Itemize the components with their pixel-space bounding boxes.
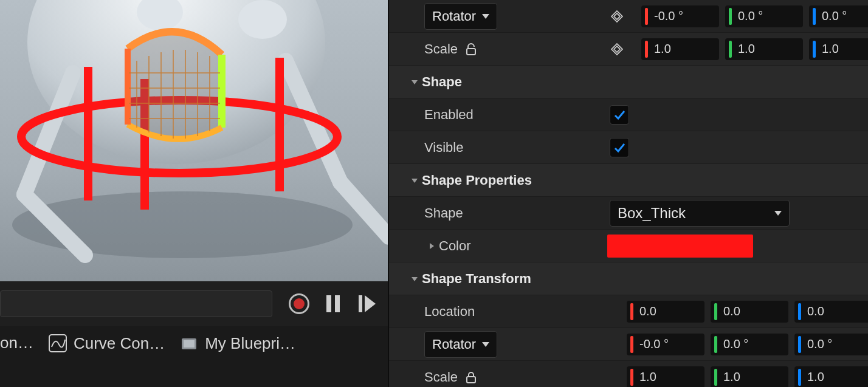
tab-truncated-0[interactable]: on… [0, 330, 43, 356]
svg-rect-22 [467, 49, 475, 55]
shape-value: Box_Thick [618, 205, 686, 222]
pause-button[interactable] [320, 290, 346, 317]
rotator-vector: -0.0 ° 0.0 ° 0.0 ° [641, 5, 868, 27]
svg-rect-23 [467, 377, 475, 383]
section-shape-transform[interactable]: Shape Transform [389, 262, 868, 295]
enabled-checkbox[interactable] [610, 105, 629, 125]
visible-checkbox[interactable] [610, 138, 629, 157]
step-forward-button[interactable] [354, 290, 381, 317]
chevron-down-icon [407, 275, 422, 283]
row-st-scale: Scale 1.0 1.0 1.0 [389, 361, 868, 387]
record-button[interactable] [286, 290, 312, 317]
chevron-right-icon[interactable] [424, 242, 439, 250]
rotator-y-input[interactable]: 0.0 ° [711, 334, 788, 355]
scale-vector: 1.0 1.0 1.0 [627, 366, 868, 388]
row-rotator: Rotator -0.0 ° 0.0 ° 0.0 ° [389, 0, 868, 33]
scale-label: Scale [424, 369, 458, 385]
scale-z-input[interactable]: 1.0 [809, 38, 868, 60]
rotator-vector: -0.0 ° 0.0 ° 0.0 ° [627, 334, 868, 355]
rotator-label: Rotator [432, 337, 476, 352]
tab-label: on… [0, 334, 33, 352]
location-y-input[interactable]: 0.0 [711, 301, 788, 323]
scale-y-input[interactable]: 1.0 [725, 38, 803, 60]
lock-closed-icon[interactable] [464, 370, 478, 385]
reset-to-default-icon[interactable] [610, 9, 624, 24]
curve-icon [48, 334, 67, 353]
row-enabled: Enabled [389, 98, 868, 131]
record-icon [289, 293, 309, 314]
rotator-dropdown[interactable]: Rotator [424, 331, 497, 358]
scale-x-input[interactable]: 1.0 [641, 38, 719, 60]
shape-dropdown[interactable]: Box_Thick [610, 200, 790, 227]
scale-vector: 1.0 1.0 1.0 [641, 38, 868, 60]
rotator-y-input[interactable]: 0.0 ° [725, 5, 803, 27]
section-shape-properties-label: Shape Properties [422, 173, 868, 188]
bottom-tabs: on… Curve Con… My Bluepri… [0, 326, 388, 387]
viewport-illustration [0, 0, 388, 281]
tab-label: Curve Con… [74, 334, 165, 353]
viewport-toolbar [0, 281, 388, 326]
rotator-dropdown[interactable]: Rotator [424, 3, 497, 30]
scale-z-input[interactable]: 1.0 [794, 366, 868, 388]
chevron-down-icon [482, 342, 489, 347]
tab-label: My Bluepri… [205, 334, 295, 353]
lock-open-icon[interactable] [464, 42, 478, 57]
chevron-down-icon [407, 78, 422, 86]
row-visible: Visible [389, 131, 868, 164]
left-pane: on… Curve Con… My Bluepri… [0, 0, 388, 387]
svg-point-3 [238, 0, 287, 39]
location-vector: 0.0 0.0 0.0 [627, 301, 868, 323]
rotator-x-input[interactable]: -0.0 ° [627, 334, 704, 355]
location-x-input[interactable]: 0.0 [627, 301, 704, 323]
section-shape-properties[interactable]: Shape Properties [389, 164, 868, 197]
timeline-bar[interactable] [0, 290, 272, 317]
location-label: Location [424, 304, 475, 320]
tab-my-blueprint[interactable]: My Bluepri… [174, 330, 305, 357]
scale-x-input[interactable]: 1.0 [627, 366, 704, 388]
color-label: Color [439, 238, 471, 254]
rotator-label: Rotator [432, 9, 476, 24]
section-shape-transform-label: Shape Transform [422, 271, 868, 287]
chevron-down-icon [482, 14, 489, 19]
row-st-rotator: Rotator -0.0 ° 0.0 ° 0.0 ° [389, 328, 868, 361]
location-z-input[interactable]: 0.0 [794, 301, 868, 323]
enabled-label: Enabled [424, 107, 474, 123]
viewport[interactable] [0, 0, 388, 281]
blueprint-icon [179, 334, 199, 353]
row-shape-type: Shape Box_Thick [389, 197, 868, 230]
rotator-z-input[interactable]: 0.0 ° [794, 334, 868, 355]
scale-label: Scale [424, 41, 458, 57]
details-panel: Rotator -0.0 ° 0.0 ° 0.0 ° Scale [388, 0, 868, 387]
row-scale: Scale 1.0 1.0 1.0 [389, 33, 868, 66]
visible-label: Visible [424, 140, 463, 156]
rotator-z-input[interactable]: 0.0 ° [809, 5, 868, 27]
reset-to-default-icon[interactable] [610, 42, 624, 57]
color-swatch[interactable] [607, 235, 753, 258]
chevron-down-icon [407, 176, 422, 185]
rotator-x-input[interactable]: -0.0 ° [641, 5, 719, 27]
row-color: Color [389, 230, 868, 262]
svg-rect-21 [184, 340, 195, 348]
scale-y-input[interactable]: 1.0 [711, 366, 788, 388]
shape-label: Shape [424, 205, 463, 221]
chevron-down-icon [774, 211, 782, 216]
row-st-location: Location 0.0 0.0 0.0 [389, 295, 868, 328]
tab-curve-console[interactable]: Curve Con… [43, 330, 174, 357]
section-shape-label: Shape [422, 74, 868, 90]
section-shape[interactable]: Shape [389, 66, 868, 98]
